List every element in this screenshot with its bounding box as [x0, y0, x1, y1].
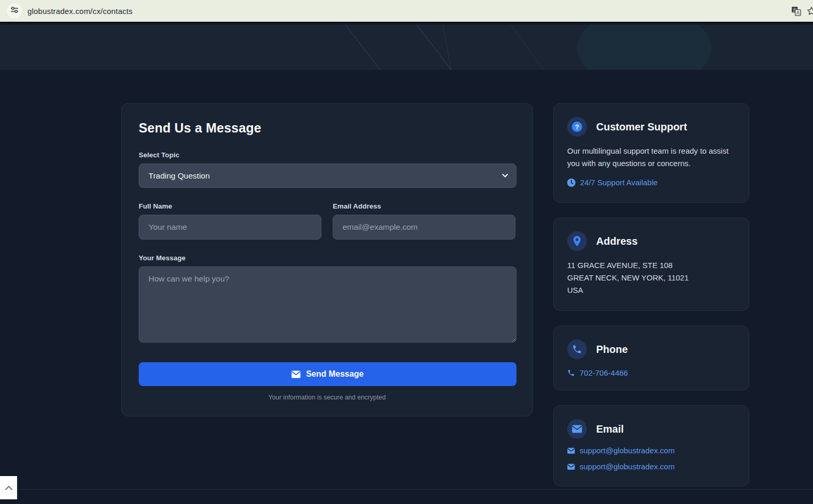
email-icon [567, 419, 587, 439]
tune-icon [10, 6, 19, 16]
message-textarea[interactable] [139, 266, 516, 343]
address-line: USA [567, 284, 735, 297]
phone-number: 702-706-4466 [580, 368, 628, 377]
envelope-small-icon [567, 448, 575, 454]
email-title: Email [596, 423, 624, 435]
email-address-link[interactable]: support@globustradex.com [567, 446, 735, 455]
translate-icon[interactable]: 文 A [791, 6, 801, 16]
support-title: Customer Support [596, 121, 687, 133]
contact-page: globustradex.com/cx/contacts 文 A [0, 0, 813, 504]
email-input[interactable] [333, 215, 515, 240]
security-note: Your information is secure and encrypted [139, 394, 515, 401]
phone-title: Phone [596, 344, 628, 355]
phone-card: Phone 702-706-4466 [553, 325, 749, 391]
main-content: Send Us a Message Select Topic Trading Q… [0, 70, 813, 504]
envelope-icon [291, 370, 301, 378]
message-label: Your Message [139, 254, 515, 262]
site-settings-button[interactable] [7, 3, 22, 19]
email-label: Email Address [333, 202, 515, 210]
hero-decorative-lines [0, 25, 813, 70]
svg-text:A: A [796, 10, 799, 15]
clock-icon [567, 179, 575, 187]
footer-divider [0, 489, 813, 490]
svg-text:?: ? [575, 123, 579, 131]
send-message-button[interactable]: Send Message [139, 362, 516, 386]
phone-icon [567, 339, 587, 359]
phone-small-icon [567, 369, 575, 377]
form-title: Send Us a Message [139, 121, 515, 136]
contact-form-card: Send Us a Message Select Topic Trading Q… [121, 103, 533, 417]
name-label: Full Name [139, 202, 321, 210]
address-card: Address 11 GRACE AVENUE, STE 108 GREAT N… [553, 217, 749, 311]
envelope-small-icon [567, 464, 575, 470]
customer-support-card: ? Customer Support Our multilingual supp… [553, 103, 749, 203]
hero-banner [0, 25, 813, 70]
send-message-label: Send Message [306, 369, 363, 379]
email-card: Email support@globustradex.com [553, 405, 749, 486]
bookmark-star-icon[interactable] [806, 6, 813, 16]
location-pin-icon [567, 231, 587, 251]
support-availability: 24/7 Support Available [567, 178, 735, 187]
email-address: support@globustradex.com [580, 446, 675, 455]
address-line: 11 GRACE AVENUE, STE 108 [567, 259, 735, 272]
chevron-up-icon [5, 483, 13, 493]
support-description: Our multilingual support team is ready t… [567, 145, 735, 170]
topic-label: Select Topic [139, 151, 515, 159]
phone-number-link[interactable]: 702-706-4466 [567, 368, 735, 377]
scroll-to-top-button[interactable] [0, 476, 17, 499]
email-address: support@globustradex.com [580, 462, 675, 471]
email-address-link[interactable]: support@globustradex.com [567, 462, 735, 471]
browser-address-bar: globustradex.com/cx/contacts 文 A [0, 0, 813, 23]
address-title: Address [596, 235, 638, 247]
name-input[interactable] [139, 215, 321, 240]
topic-select[interactable]: Trading Question [139, 164, 516, 188]
url-text[interactable]: globustradex.com/cx/contacts [27, 7, 132, 16]
help-icon: ? [567, 117, 587, 137]
support-availability-label: 24/7 Support Available [580, 178, 658, 187]
address-line: GREAT NECK, NEW YORK, 11021 [567, 272, 735, 284]
